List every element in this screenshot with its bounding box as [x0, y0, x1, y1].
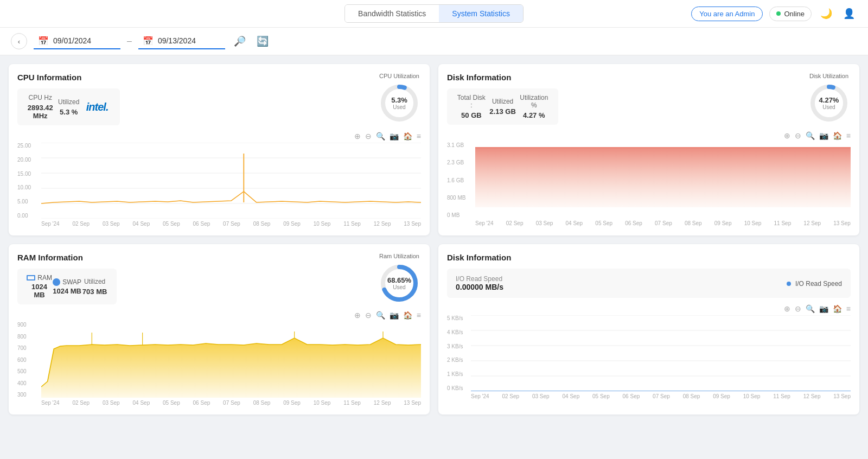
cpu-card: CPU Information CPU Hz 2893.42 MHz Utili…: [9, 64, 430, 235]
cpu-chart-controls: ⊕ ⊖ 🔍 📷 🏠 ≡: [17, 132, 421, 141]
camera-icon[interactable]: 📷: [390, 132, 399, 141]
start-date-value: 09/01/2024: [53, 36, 91, 45]
refresh-button[interactable]: 🔄: [254, 33, 271, 49]
menu-icon-r[interactable]: ≡: [417, 311, 421, 320]
search-icon-d2[interactable]: 🔍: [806, 304, 815, 313]
calendar-icon-start: 📅: [38, 36, 49, 46]
cpu-utilized-value: 5.3 %: [54, 108, 82, 116]
cpu-x-axis: Sep '2402 Sep03 Sep04 Sep05 Sep06 Sep07 …: [17, 221, 421, 227]
disk1-donut-title: Disk Utilization: [809, 73, 848, 79]
camera-icon-r[interactable]: 📷: [390, 311, 399, 320]
cpu-y-axis: 25.0020.0015.0010.005.000.00: [17, 143, 39, 219]
disk1-donut-pct: 4.27%: [819, 96, 839, 104]
zoom-out-icon-r[interactable]: ⊖: [365, 311, 372, 320]
ram-utilized-value: 703 MB: [81, 288, 108, 296]
disk2-io-info: I/O Read Speed 0.00000 MB/s I/O Read Spe…: [447, 269, 851, 298]
user-button[interactable]: 👤: [841, 5, 857, 22]
zoom-in-icon[interactable]: ⊕: [354, 132, 361, 141]
svg-rect-11: [475, 148, 851, 207]
search-icon-r[interactable]: 🔍: [376, 311, 385, 320]
disk1-chart-area: 3.1 GB2.3 GB1.6 GB800 MB0 MB: [447, 142, 851, 218]
legend-label: I/O Read Speed: [795, 280, 842, 288]
cpu-donut-container: CPU Utilization 5.3% Used: [378, 73, 421, 125]
search-icon-d1[interactable]: 🔍: [806, 131, 815, 140]
svg-marker-14: [41, 338, 421, 398]
home-icon-d1[interactable]: 🏠: [833, 131, 842, 140]
cpu-donut: 5.3% Used: [378, 81, 421, 125]
legend-dot: [787, 282, 791, 286]
cpu-donut-pct: 5.3%: [391, 96, 407, 104]
dashboard-grid: CPU Information CPU Hz 2893.42 MHz Utili…: [0, 55, 868, 423]
home-icon[interactable]: 🏠: [403, 132, 412, 141]
camera-icon-d1[interactable]: 📷: [819, 131, 828, 140]
ram-value: 1024 MB: [26, 283, 53, 299]
disk1-total-label: Total Disk :: [456, 94, 487, 109]
zoom-out-icon-d1[interactable]: ⊖: [795, 131, 801, 140]
ram-y-axis: 900800700600500400300: [17, 322, 39, 398]
swap-value: 1024 MB: [53, 287, 81, 295]
date-separator: –: [127, 36, 132, 46]
cpu-donut-used: Used: [391, 104, 407, 110]
filter-button[interactable]: 🔎: [232, 33, 248, 49]
home-icon-r[interactable]: 🏠: [403, 311, 412, 320]
cpu-info-row: CPU Hz 2893.42 MHz Utilized 5.3 % intel.: [17, 88, 120, 125]
camera-icon-d2[interactable]: 📷: [819, 304, 828, 313]
cpu-card-title: CPU Information: [17, 73, 120, 82]
ram-card: RAM Information RAM 1024 MB SWAP: [9, 244, 430, 415]
disk1-donut-container: Disk Utilization 4.27% Used: [807, 73, 851, 125]
disk1-donut-used: Used: [819, 104, 839, 110]
io-speed-label: I/O Read Speed: [456, 275, 503, 283]
tab-system[interactable]: System Statistics: [439, 5, 523, 22]
cpu-chart-area: 25.0020.0015.0010.005.000.00: [17, 143, 421, 219]
online-label: Online: [784, 10, 805, 18]
ram-chart-inner: [41, 322, 421, 398]
disk1-total-value: 50 GB: [456, 111, 487, 119]
zoom-out-icon-d2[interactable]: ⊖: [795, 304, 801, 313]
calendar-icon-end: 📅: [143, 36, 154, 46]
disk1-card: Disk Information Total Disk : 50 GB Util…: [438, 64, 859, 235]
date-bar: ‹ 📅 09/01/2024 – 📅 09/13/2024 🔎 🔄: [0, 28, 868, 55]
disk1-info-row: Total Disk : 50 GB Utilized 2.13 GB Util…: [447, 88, 558, 125]
ram-utilized-label: Utilized: [81, 278, 108, 285]
disk2-chart-area: 5 KB/s4 KB/s3 KB/s2 KB/s1 KB/s0 KB/s: [447, 315, 851, 391]
zoom-in-icon-d2[interactable]: ⊕: [784, 304, 790, 313]
ram-card-title: RAM Information: [17, 253, 117, 262]
admin-button[interactable]: You are an Admin: [691, 7, 763, 21]
disk1-utilized-label: Utilized: [487, 98, 519, 105]
cpu-hz-value: 2893.42 MHz: [26, 104, 54, 120]
end-date-field[interactable]: 📅 09/13/2024: [138, 34, 225, 49]
zoom-in-icon-r[interactable]: ⊕: [354, 311, 361, 320]
intel-logo: intel.: [83, 101, 111, 113]
zoom-out-icon[interactable]: ⊖: [365, 132, 372, 141]
disk2-y-axis: 5 KB/s4 KB/s3 KB/s2 KB/s1 KB/s0 KB/s: [447, 315, 469, 391]
tab-group: Bandwidth Statistics System Statistics: [344, 4, 524, 23]
disk1-chart-controls: ⊕ ⊖ 🔍 📷 🏠 ≡: [447, 131, 851, 140]
menu-icon[interactable]: ≡: [417, 132, 421, 141]
ram-x-axis: Sep '2402 Sep03 Sep04 Sep05 Sep06 Sep07 …: [17, 400, 421, 406]
disk1-x-axis: Sep '2402 Sep03 Sep04 Sep05 Sep06 Sep07 …: [447, 220, 851, 226]
cpu-hz-label: CPU Hz: [26, 94, 54, 101]
disk1-chart-inner: [475, 142, 851, 218]
dark-mode-button[interactable]: 🌙: [818, 5, 834, 22]
disk2-x-axis: Sep '2402 Sep03 Sep04 Sep05 Sep06 Sep07 …: [447, 393, 851, 399]
ram-donut-container: Ram Utilization 68.65% Used: [378, 253, 421, 305]
ram-info-row: RAM 1024 MB SWAP 1024 MB Utilized 703 MB: [17, 269, 117, 304]
disk2-card-title: Disk Information: [447, 253, 851, 262]
ram-chart-controls: ⊕ ⊖ 🔍 📷 🏠 ≡: [17, 311, 421, 320]
ram-donut-used: Used: [387, 284, 411, 290]
search-icon[interactable]: 🔍: [376, 132, 385, 141]
end-date-value: 09/13/2024: [158, 36, 196, 45]
start-date-field[interactable]: 📅 09/01/2024: [34, 34, 120, 49]
ram-icon-label: RAM: [26, 274, 53, 282]
zoom-in-icon-d1[interactable]: ⊕: [784, 131, 790, 140]
disk1-donut: 4.27% Used: [807, 81, 851, 125]
cpu-donut-title: CPU Utilization: [379, 73, 419, 79]
cpu-utilized-label: Utilized: [54, 98, 82, 106]
menu-icon-d1[interactable]: ≡: [846, 131, 851, 140]
home-icon-d2[interactable]: 🏠: [833, 304, 842, 313]
tab-bandwidth[interactable]: Bandwidth Statistics: [345, 5, 439, 22]
disk1-card-title: Disk Information: [447, 73, 558, 82]
ram-donut-title: Ram Utilization: [379, 253, 419, 259]
prev-arrow-button[interactable]: ‹: [11, 33, 27, 49]
menu-icon-d2[interactable]: ≡: [846, 304, 851, 313]
